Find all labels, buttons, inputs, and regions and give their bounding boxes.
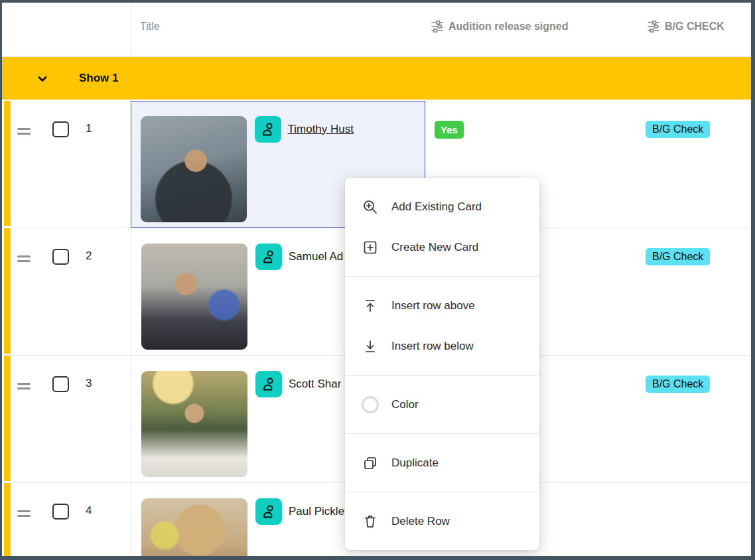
menu-item-label: Create New Card xyxy=(391,241,478,254)
drag-handle-icon[interactable] xyxy=(17,128,31,135)
menu-item-color[interactable]: Color xyxy=(345,384,539,425)
person-card-icon[interactable] xyxy=(255,244,282,270)
actor-photo[interactable] xyxy=(141,116,247,222)
column-title-label: Title xyxy=(140,20,160,33)
card-name-link[interactable]: Scott Shar xyxy=(289,371,341,397)
menu-divider xyxy=(345,492,539,492)
column-divider xyxy=(131,3,131,56)
row-context-menu: Add Existing Card Create New Card xyxy=(345,178,539,550)
menu-item-label: Add Existing Card xyxy=(391,200,482,214)
row-checkbox[interactable] xyxy=(52,504,69,520)
sliders-filter-icon xyxy=(431,20,444,33)
duplicate-icon xyxy=(362,455,379,472)
bg-check-badge[interactable]: B/G Check xyxy=(646,248,710,265)
row-number: 3 xyxy=(86,377,92,390)
column-header-title[interactable]: Title xyxy=(140,20,160,33)
bg-check-badge[interactable]: B/G Check xyxy=(646,121,710,138)
card-name-link[interactable]: Timothy Hust xyxy=(288,116,354,143)
menu-item-insert-row-above[interactable]: Insert row above xyxy=(345,285,539,326)
column-bg-check-label: B/G CHECK xyxy=(665,20,724,33)
column-header-bg-check[interactable]: B/G CHECK xyxy=(647,20,724,33)
menu-item-duplicate[interactable]: Duplicate xyxy=(345,443,539,483)
trash-icon xyxy=(362,513,379,530)
sliders-filter-icon xyxy=(647,20,660,33)
arrow-up-from-line-icon xyxy=(362,297,379,315)
actor-photo[interactable] xyxy=(141,498,247,556)
menu-item-label: Insert row above xyxy=(391,299,475,313)
group-color-strip xyxy=(4,228,11,354)
group-row-show-1[interactable]: Show 1 xyxy=(2,57,751,101)
drag-handle-icon[interactable] xyxy=(17,383,31,389)
audition-signed-badge[interactable]: Yes xyxy=(435,121,464,139)
group-color-strip xyxy=(4,356,11,481)
drag-handle-icon[interactable] xyxy=(17,510,31,517)
menu-item-label: Delete Row xyxy=(391,515,450,528)
menu-item-create-new-card[interactable]: Create New Card xyxy=(345,227,539,267)
drag-handle-icon[interactable] xyxy=(17,255,31,262)
row-number: 4 xyxy=(86,504,92,518)
menu-item-delete-row[interactable]: Delete Row xyxy=(345,501,539,541)
group-color-strip xyxy=(4,101,11,226)
menu-item-label: Insert row below xyxy=(391,340,474,353)
plus-square-icon xyxy=(362,239,379,256)
row-number: 1 xyxy=(86,122,92,135)
menu-item-label: Duplicate xyxy=(391,456,439,470)
column-header-audition[interactable]: Audition release signed xyxy=(431,20,568,33)
person-card-icon[interactable] xyxy=(255,371,282,397)
row-number: 2 xyxy=(86,249,92,263)
chevron-down-icon[interactable] xyxy=(36,72,49,86)
menu-item-label: Color xyxy=(391,398,419,411)
group-label: Show 1 xyxy=(79,72,119,85)
card-name-link[interactable]: Paul Pickle xyxy=(289,498,344,525)
table-content: Title Audition release signed xyxy=(2,3,751,556)
table-header: Title Audition release signed xyxy=(2,3,751,57)
color-swatch-circle-icon xyxy=(362,396,379,413)
row-checkbox[interactable] xyxy=(52,249,69,265)
row-checkbox[interactable] xyxy=(52,121,69,137)
menu-divider xyxy=(345,433,539,434)
menu-divider xyxy=(345,276,539,277)
bg-check-badge[interactable]: B/G Check xyxy=(646,376,710,393)
card-name-link[interactable]: Samuel Ad xyxy=(289,244,343,270)
person-card-icon[interactable] xyxy=(255,116,281,143)
row-checkbox[interactable] xyxy=(52,376,69,392)
menu-item-add-existing-card[interactable]: Add Existing Card xyxy=(345,186,539,227)
arrow-down-to-line-icon xyxy=(362,338,379,355)
actor-photo[interactable] xyxy=(141,244,247,350)
group-color-strip xyxy=(4,483,11,556)
person-card-icon[interactable] xyxy=(255,498,282,525)
column-audition-label: Audition release signed xyxy=(448,20,568,33)
menu-item-insert-row-below[interactable]: Insert row below xyxy=(345,326,539,366)
menu-divider xyxy=(345,375,539,376)
actor-photo[interactable] xyxy=(141,371,247,477)
casting-table-window: Title Audition release signed xyxy=(0,0,755,560)
magnifier-plus-icon xyxy=(362,198,379,216)
